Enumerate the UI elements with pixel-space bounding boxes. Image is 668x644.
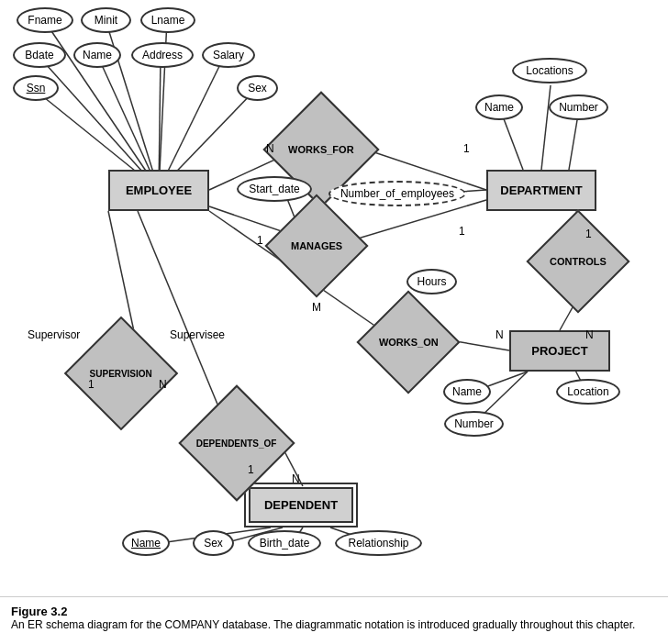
bdate-attribute: Bdate: [13, 42, 66, 68]
minit-attribute: Minit: [81, 7, 131, 33]
label-n-works-on: N: [495, 328, 504, 341]
works-on-relationship: WORKS_ON: [356, 290, 460, 394]
birth-date-attribute: Birth_date: [248, 530, 321, 556]
project-entity: PROJECT: [509, 330, 610, 372]
start-date-attribute: Start_date: [237, 176, 312, 202]
label-1-controls: 1: [585, 228, 592, 240]
er-diagram: EMPLOYEE DEPARTMENT PROJECT DEPENDENT WO…: [0, 0, 668, 596]
dept-name-attribute: Name: [475, 94, 523, 120]
supervision-relationship: SUPERVISION: [64, 316, 178, 430]
dept-number-attribute: Number: [549, 94, 608, 120]
location-attribute: Location: [556, 379, 620, 405]
address-attribute: Address: [131, 42, 194, 68]
num-employees-attribute: Number_of_employees: [328, 181, 466, 206]
ssn-attribute: Ssn: [13, 75, 59, 101]
controls-relationship: CONTROLS: [526, 209, 629, 313]
sex-attribute: Sex: [237, 75, 278, 101]
fname-attribute: Fname: [17, 7, 73, 33]
label-1-manages-left: 1: [257, 234, 263, 247]
dep-name-attribute: Name: [122, 530, 170, 556]
lname-attribute: Lname: [140, 7, 195, 33]
dep-sex-attribute: Sex: [193, 530, 234, 556]
figure-caption: Figure 3.2 An ER schema diagram for the …: [0, 596, 668, 638]
label-1-works-for: 1: [463, 142, 470, 155]
label-n-supervision: N: [159, 378, 167, 391]
department-entity: DEPARTMENT: [486, 170, 596, 211]
label-m-works-on: M: [312, 301, 321, 314]
label-n-controls: N: [585, 328, 594, 341]
dependent-entity: DEPENDENT: [244, 483, 358, 527]
label-supervisor: Supervisor: [28, 328, 80, 341]
label-1-dependents: 1: [248, 463, 254, 476]
label-1-manages-right: 1: [459, 225, 465, 238]
locations-attribute: Locations: [512, 58, 587, 83]
label-n-dependents: N: [292, 472, 300, 485]
name-emp-attribute: Name: [73, 42, 121, 68]
proj-name-attribute: Name: [443, 379, 491, 405]
label-n-works-for: N: [266, 142, 274, 155]
figure-title: Figure 3.2: [11, 605, 67, 618]
manages-relationship: MANAGES: [264, 194, 368, 297]
hours-attribute: Hours: [406, 269, 457, 294]
employee-entity: EMPLOYEE: [108, 170, 209, 211]
label-1-supervision: 1: [88, 378, 95, 391]
figure-text: An ER schema diagram for the COMPANY dat…: [11, 618, 635, 631]
salary-attribute: Salary: [202, 42, 255, 68]
proj-number-attribute: Number: [444, 411, 504, 437]
relationship-attribute: Relationship: [335, 530, 422, 556]
label-supervisee: Supervisee: [170, 328, 225, 341]
svg-line-15: [541, 85, 551, 170]
